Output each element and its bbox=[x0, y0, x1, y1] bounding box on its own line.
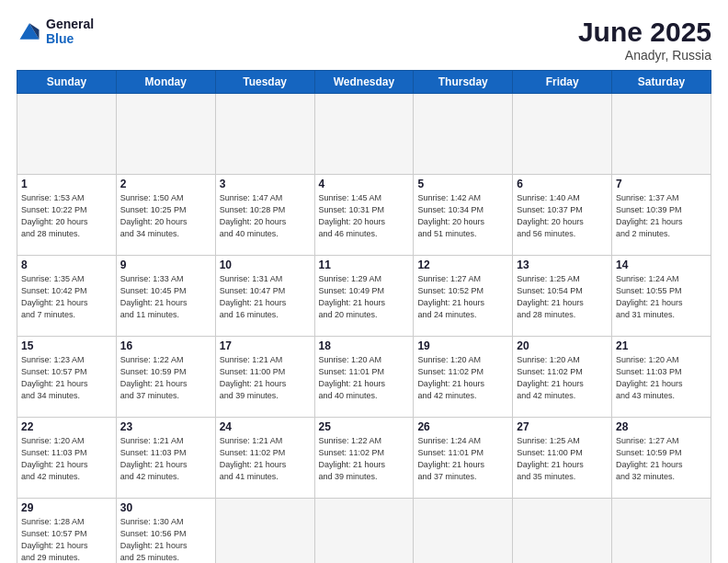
day-number: 15 bbox=[21, 339, 112, 352]
table-row: 9Sunrise: 1:33 AM Sunset: 10:45 PM Dayli… bbox=[116, 256, 215, 337]
calendar-week-row: 29Sunrise: 1:28 AM Sunset: 10:57 PM Dayl… bbox=[17, 499, 711, 564]
day-number: 30 bbox=[120, 501, 211, 514]
day-number: 20 bbox=[517, 339, 608, 352]
day-number: 12 bbox=[417, 259, 508, 271]
day-number: 8 bbox=[21, 259, 112, 271]
month-year: June 2025 bbox=[578, 17, 711, 48]
table-row: 21Sunrise: 1:20 AM Sunset: 11:03 PM Dayl… bbox=[612, 337, 711, 418]
day-info: Sunrise: 1:21 AM Sunset: 11:02 PM Daylig… bbox=[220, 435, 311, 483]
table-row bbox=[612, 94, 711, 175]
table-row: 12Sunrise: 1:27 AM Sunset: 10:52 PM Dayl… bbox=[414, 256, 513, 337]
day-number: 11 bbox=[319, 259, 410, 271]
day-number: 29 bbox=[21, 501, 112, 514]
calendar-week-row bbox=[17, 94, 711, 175]
table-row: 1Sunrise: 1:53 AM Sunset: 10:22 PM Dayli… bbox=[17, 175, 117, 256]
col-thursday: Thursday bbox=[414, 71, 513, 94]
day-info: Sunrise: 1:29 AM Sunset: 10:49 PM Daylig… bbox=[319, 273, 410, 321]
calendar-week-row: 1Sunrise: 1:53 AM Sunset: 10:22 PM Dayli… bbox=[17, 175, 711, 256]
day-number: 21 bbox=[616, 339, 707, 352]
day-info: Sunrise: 1:33 AM Sunset: 10:45 PM Daylig… bbox=[120, 273, 211, 321]
table-row: 3Sunrise: 1:47 AM Sunset: 10:28 PM Dayli… bbox=[215, 175, 314, 256]
day-info: Sunrise: 1:40 AM Sunset: 10:37 PM Daylig… bbox=[517, 192, 608, 240]
table-row: 6Sunrise: 1:40 AM Sunset: 10:37 PM Dayli… bbox=[513, 175, 612, 256]
table-row: 25Sunrise: 1:22 AM Sunset: 11:02 PM Dayl… bbox=[314, 418, 414, 499]
day-number: 9 bbox=[120, 259, 211, 271]
col-monday: Monday bbox=[116, 71, 215, 94]
table-row: 15Sunrise: 1:23 AM Sunset: 10:57 PM Dayl… bbox=[17, 337, 117, 418]
title-block: June 2025 Anadyr, Russia bbox=[578, 17, 711, 63]
table-row: 16Sunrise: 1:22 AM Sunset: 10:59 PM Dayl… bbox=[116, 337, 215, 418]
day-number: 14 bbox=[616, 259, 707, 271]
table-row: 20Sunrise: 1:20 AM Sunset: 11:02 PM Dayl… bbox=[513, 337, 612, 418]
day-info: Sunrise: 1:37 AM Sunset: 10:39 PM Daylig… bbox=[616, 192, 707, 240]
table-row bbox=[612, 499, 711, 564]
day-number: 23 bbox=[120, 420, 211, 433]
table-row bbox=[414, 499, 513, 564]
col-friday: Friday bbox=[513, 71, 612, 94]
day-number: 6 bbox=[517, 178, 608, 190]
calendar-week-row: 15Sunrise: 1:23 AM Sunset: 10:57 PM Dayl… bbox=[17, 337, 711, 418]
day-number: 19 bbox=[417, 339, 508, 352]
day-info: Sunrise: 1:20 AM Sunset: 11:02 PM Daylig… bbox=[517, 354, 608, 402]
table-row: 23Sunrise: 1:21 AM Sunset: 11:03 PM Dayl… bbox=[116, 418, 215, 499]
day-number: 13 bbox=[517, 259, 608, 271]
table-row: 27Sunrise: 1:25 AM Sunset: 11:00 PM Dayl… bbox=[513, 418, 612, 499]
table-row: 19Sunrise: 1:20 AM Sunset: 11:02 PM Dayl… bbox=[414, 337, 513, 418]
logo-icon bbox=[17, 18, 42, 44]
day-number: 22 bbox=[21, 420, 112, 433]
header: General Blue June 2025 Anadyr, Russia bbox=[17, 17, 711, 63]
day-info: Sunrise: 1:47 AM Sunset: 10:28 PM Daylig… bbox=[220, 192, 311, 240]
table-row: 7Sunrise: 1:37 AM Sunset: 10:39 PM Dayli… bbox=[612, 175, 711, 256]
col-sunday: Sunday bbox=[17, 71, 117, 94]
table-row bbox=[215, 499, 314, 564]
day-number: 7 bbox=[616, 178, 707, 190]
table-row: 17Sunrise: 1:21 AM Sunset: 11:00 PM Dayl… bbox=[215, 337, 314, 418]
day-info: Sunrise: 1:53 AM Sunset: 10:22 PM Daylig… bbox=[21, 192, 112, 240]
day-info: Sunrise: 1:30 AM Sunset: 10:56 PM Daylig… bbox=[120, 516, 211, 563]
day-number: 28 bbox=[616, 420, 707, 433]
col-tuesday: Tuesday bbox=[215, 71, 314, 94]
day-info: Sunrise: 1:20 AM Sunset: 11:03 PM Daylig… bbox=[616, 354, 707, 402]
day-info: Sunrise: 1:22 AM Sunset: 11:02 PM Daylig… bbox=[319, 435, 410, 483]
table-row: 10Sunrise: 1:31 AM Sunset: 10:47 PM Dayl… bbox=[215, 256, 314, 337]
table-row: 30Sunrise: 1:30 AM Sunset: 10:56 PM Dayl… bbox=[116, 499, 215, 564]
table-row: 22Sunrise: 1:20 AM Sunset: 11:03 PM Dayl… bbox=[17, 418, 117, 499]
table-row: 28Sunrise: 1:27 AM Sunset: 10:59 PM Dayl… bbox=[612, 418, 711, 499]
day-number: 3 bbox=[220, 178, 311, 190]
day-number: 1 bbox=[21, 178, 112, 190]
calendar-week-row: 8Sunrise: 1:35 AM Sunset: 10:42 PM Dayli… bbox=[17, 256, 711, 337]
day-info: Sunrise: 1:35 AM Sunset: 10:42 PM Daylig… bbox=[21, 273, 112, 321]
day-info: Sunrise: 1:23 AM Sunset: 10:57 PM Daylig… bbox=[21, 354, 112, 402]
day-info: Sunrise: 1:25 AM Sunset: 10:54 PM Daylig… bbox=[517, 273, 608, 321]
day-number: 16 bbox=[120, 339, 211, 352]
col-saturday: Saturday bbox=[612, 71, 711, 94]
table-row bbox=[314, 499, 414, 564]
table-row: 11Sunrise: 1:29 AM Sunset: 10:49 PM Dayl… bbox=[314, 256, 414, 337]
table-row: 8Sunrise: 1:35 AM Sunset: 10:42 PM Dayli… bbox=[17, 256, 117, 337]
table-row bbox=[17, 94, 117, 175]
table-row: 29Sunrise: 1:28 AM Sunset: 10:57 PM Dayl… bbox=[17, 499, 117, 564]
day-info: Sunrise: 1:21 AM Sunset: 11:03 PM Daylig… bbox=[120, 435, 211, 483]
day-info: Sunrise: 1:24 AM Sunset: 10:55 PM Daylig… bbox=[616, 273, 707, 321]
day-info: Sunrise: 1:20 AM Sunset: 11:01 PM Daylig… bbox=[319, 354, 410, 402]
day-info: Sunrise: 1:22 AM Sunset: 10:59 PM Daylig… bbox=[120, 354, 211, 402]
day-info: Sunrise: 1:28 AM Sunset: 10:57 PM Daylig… bbox=[21, 516, 112, 563]
table-row: 4Sunrise: 1:45 AM Sunset: 10:31 PM Dayli… bbox=[314, 175, 414, 256]
calendar-week-row: 22Sunrise: 1:20 AM Sunset: 11:03 PM Dayl… bbox=[17, 418, 711, 499]
day-number: 24 bbox=[220, 420, 311, 433]
table-row: 14Sunrise: 1:24 AM Sunset: 10:55 PM Dayl… bbox=[612, 256, 711, 337]
table-row bbox=[215, 94, 314, 175]
logo-text: General Blue bbox=[46, 17, 94, 46]
col-wednesday: Wednesday bbox=[314, 71, 414, 94]
day-number: 5 bbox=[417, 178, 508, 190]
logo: General Blue bbox=[17, 17, 94, 46]
day-number: 10 bbox=[220, 259, 311, 271]
day-info: Sunrise: 1:27 AM Sunset: 10:52 PM Daylig… bbox=[417, 273, 508, 321]
calendar-header-row: Sunday Monday Tuesday Wednesday Thursday… bbox=[17, 71, 711, 94]
table-row: 2Sunrise: 1:50 AM Sunset: 10:25 PM Dayli… bbox=[116, 175, 215, 256]
day-info: Sunrise: 1:42 AM Sunset: 10:34 PM Daylig… bbox=[417, 192, 508, 240]
day-number: 18 bbox=[319, 339, 410, 352]
day-info: Sunrise: 1:21 AM Sunset: 11:00 PM Daylig… bbox=[220, 354, 311, 402]
day-number: 25 bbox=[319, 420, 410, 433]
table-row bbox=[513, 499, 612, 564]
